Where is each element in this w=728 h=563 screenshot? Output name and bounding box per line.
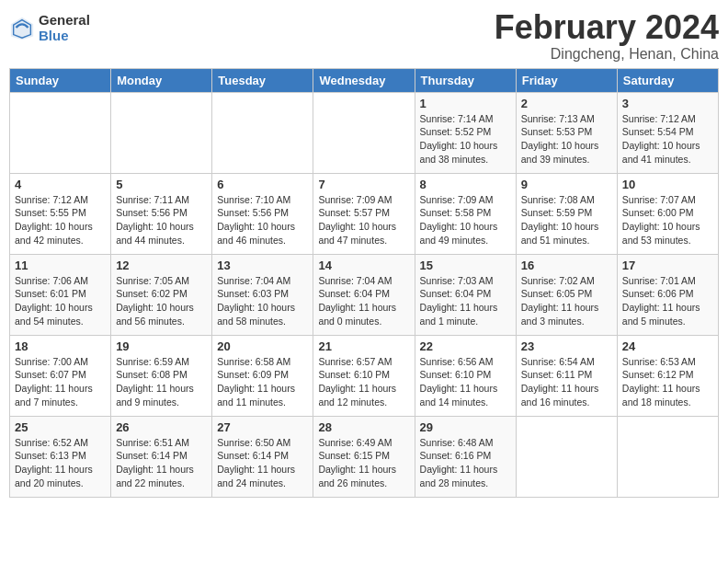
day-info: Sunrise: 7:13 AM Sunset: 5:53 PM Dayligh… <box>521 112 612 167</box>
day-number: 2 <box>521 97 612 110</box>
day-number: 28 <box>318 420 409 434</box>
day-number: 9 <box>521 178 612 191</box>
calendar-cell: 3Sunrise: 7:12 AM Sunset: 5:54 PM Daylig… <box>617 92 718 173</box>
logo-text: General Blue <box>39 13 90 43</box>
calendar-body: 1Sunrise: 7:14 AM Sunset: 5:52 PM Daylig… <box>10 92 719 497</box>
calendar-cell: 20Sunrise: 6:58 AM Sunset: 6:09 PM Dayli… <box>212 335 313 416</box>
day-number: 4 <box>15 178 106 191</box>
calendar-cell: 19Sunrise: 6:59 AM Sunset: 6:08 PM Dayli… <box>111 335 212 416</box>
day-info: Sunrise: 7:10 AM Sunset: 5:56 PM Dayligh… <box>217 193 308 247</box>
calendar-cell: 2Sunrise: 7:13 AM Sunset: 5:53 PM Daylig… <box>516 92 617 173</box>
day-number: 26 <box>116 420 207 434</box>
logo-general-text: General <box>39 13 90 29</box>
logo-icon <box>9 16 35 41</box>
day-info: Sunrise: 7:08 AM Sunset: 5:59 PM Dayligh… <box>521 193 612 247</box>
day-info: Sunrise: 7:03 AM Sunset: 6:04 PM Dayligh… <box>420 274 511 328</box>
calendar-cell: 27Sunrise: 6:50 AM Sunset: 6:14 PM Dayli… <box>212 416 313 497</box>
day-info: Sunrise: 7:12 AM Sunset: 5:55 PM Dayligh… <box>15 193 106 247</box>
calendar-cell: 17Sunrise: 7:01 AM Sunset: 6:06 PM Dayli… <box>617 254 718 335</box>
day-info: Sunrise: 7:04 AM Sunset: 6:04 PM Dayligh… <box>318 274 409 328</box>
day-number: 24 <box>622 339 713 353</box>
column-header-saturday: Saturday <box>617 68 718 92</box>
week-row-2: 4Sunrise: 7:12 AM Sunset: 5:55 PM Daylig… <box>10 173 719 254</box>
calendar-cell: 12Sunrise: 7:05 AM Sunset: 6:02 PM Dayli… <box>111 254 212 335</box>
calendar-cell <box>10 92 111 173</box>
day-info: Sunrise: 7:02 AM Sunset: 6:05 PM Dayligh… <box>521 274 612 328</box>
calendar-cell: 5Sunrise: 7:11 AM Sunset: 5:56 PM Daylig… <box>111 173 212 254</box>
day-info: Sunrise: 6:56 AM Sunset: 6:10 PM Dayligh… <box>420 355 511 409</box>
day-info: Sunrise: 7:09 AM Sunset: 5:57 PM Dayligh… <box>318 193 409 247</box>
page-header: General Blue February 2024 Dingcheng, He… <box>9 9 719 63</box>
day-info: Sunrise: 6:53 AM Sunset: 6:12 PM Dayligh… <box>622 355 713 409</box>
column-header-friday: Friday <box>516 68 617 92</box>
day-info: Sunrise: 7:09 AM Sunset: 5:58 PM Dayligh… <box>420 193 511 247</box>
day-number: 6 <box>217 178 308 191</box>
calendar-cell: 8Sunrise: 7:09 AM Sunset: 5:58 PM Daylig… <box>415 173 516 254</box>
day-number: 13 <box>217 259 308 272</box>
day-info: Sunrise: 6:59 AM Sunset: 6:08 PM Dayligh… <box>116 355 207 409</box>
day-info: Sunrise: 6:52 AM Sunset: 6:13 PM Dayligh… <box>15 436 106 490</box>
day-number: 18 <box>15 339 106 353</box>
day-number: 8 <box>420 178 511 191</box>
day-info: Sunrise: 7:06 AM Sunset: 6:01 PM Dayligh… <box>15 274 106 328</box>
calendar-cell: 13Sunrise: 7:04 AM Sunset: 6:03 PM Dayli… <box>212 254 313 335</box>
calendar-cell: 11Sunrise: 7:06 AM Sunset: 6:01 PM Dayli… <box>10 254 111 335</box>
title-block: February 2024 Dingcheng, Henan, China <box>495 9 719 63</box>
week-row-4: 18Sunrise: 7:00 AM Sunset: 6:07 PM Dayli… <box>10 335 719 416</box>
day-info: Sunrise: 7:07 AM Sunset: 6:00 PM Dayligh… <box>622 193 713 247</box>
calendar-cell: 15Sunrise: 7:03 AM Sunset: 6:04 PM Dayli… <box>415 254 516 335</box>
day-info: Sunrise: 7:05 AM Sunset: 6:02 PM Dayligh… <box>116 274 207 328</box>
day-number: 25 <box>15 420 106 434</box>
calendar-cell <box>212 92 313 173</box>
day-number: 16 <box>521 259 612 272</box>
month-title: February 2024 <box>495 9 719 46</box>
day-info: Sunrise: 7:00 AM Sunset: 6:07 PM Dayligh… <box>15 355 106 409</box>
header-row: SundayMondayTuesdayWednesdayThursdayFrid… <box>10 68 719 92</box>
day-number: 11 <box>15 259 106 272</box>
calendar-cell: 18Sunrise: 7:00 AM Sunset: 6:07 PM Dayli… <box>10 335 111 416</box>
calendar-cell: 9Sunrise: 7:08 AM Sunset: 5:59 PM Daylig… <box>516 173 617 254</box>
day-number: 19 <box>116 339 207 353</box>
column-header-wednesday: Wednesday <box>313 68 415 92</box>
day-number: 27 <box>217 420 308 434</box>
day-info: Sunrise: 7:11 AM Sunset: 5:56 PM Dayligh… <box>116 193 207 247</box>
day-number: 7 <box>318 178 409 191</box>
calendar-cell: 24Sunrise: 6:53 AM Sunset: 6:12 PM Dayli… <box>617 335 718 416</box>
calendar-cell <box>617 416 718 497</box>
column-header-sunday: Sunday <box>10 68 111 92</box>
calendar-cell: 1Sunrise: 7:14 AM Sunset: 5:52 PM Daylig… <box>415 92 516 173</box>
logo-blue-text: Blue <box>39 29 90 44</box>
day-number: 17 <box>622 259 713 272</box>
day-info: Sunrise: 6:50 AM Sunset: 6:14 PM Dayligh… <box>217 436 308 490</box>
day-info: Sunrise: 6:54 AM Sunset: 6:11 PM Dayligh… <box>521 355 612 409</box>
svg-marker-0 <box>11 17 33 39</box>
day-number: 22 <box>420 339 511 353</box>
calendar-cell: 10Sunrise: 7:07 AM Sunset: 6:00 PM Dayli… <box>617 173 718 254</box>
calendar-cell: 6Sunrise: 7:10 AM Sunset: 5:56 PM Daylig… <box>212 173 313 254</box>
day-number: 29 <box>420 420 511 434</box>
calendar-cell: 7Sunrise: 7:09 AM Sunset: 5:57 PM Daylig… <box>313 173 415 254</box>
logo: General Blue <box>9 13 90 43</box>
day-number: 20 <box>217 339 308 353</box>
day-info: Sunrise: 7:04 AM Sunset: 6:03 PM Dayligh… <box>217 274 308 328</box>
day-number: 5 <box>116 178 207 191</box>
day-number: 14 <box>318 259 409 272</box>
calendar-cell <box>111 92 212 173</box>
day-info: Sunrise: 6:49 AM Sunset: 6:15 PM Dayligh… <box>318 436 409 490</box>
calendar-cell: 23Sunrise: 6:54 AM Sunset: 6:11 PM Dayli… <box>516 335 617 416</box>
column-header-tuesday: Tuesday <box>212 68 313 92</box>
day-info: Sunrise: 6:58 AM Sunset: 6:09 PM Dayligh… <box>217 355 308 409</box>
day-number: 23 <box>521 339 612 353</box>
day-info: Sunrise: 7:12 AM Sunset: 5:54 PM Dayligh… <box>622 112 713 167</box>
day-info: Sunrise: 7:14 AM Sunset: 5:52 PM Dayligh… <box>420 112 511 167</box>
day-info: Sunrise: 6:51 AM Sunset: 6:14 PM Dayligh… <box>116 436 207 490</box>
calendar-cell <box>313 92 415 173</box>
column-header-thursday: Thursday <box>415 68 516 92</box>
calendar-cell: 16Sunrise: 7:02 AM Sunset: 6:05 PM Dayli… <box>516 254 617 335</box>
day-number: 1 <box>420 97 511 110</box>
week-row-5: 25Sunrise: 6:52 AM Sunset: 6:13 PM Dayli… <box>10 416 719 497</box>
day-info: Sunrise: 7:01 AM Sunset: 6:06 PM Dayligh… <box>622 274 713 328</box>
day-number: 12 <box>116 259 207 272</box>
day-info: Sunrise: 6:48 AM Sunset: 6:16 PM Dayligh… <box>420 436 511 490</box>
calendar-table: SundayMondayTuesdayWednesdayThursdayFrid… <box>9 68 719 498</box>
